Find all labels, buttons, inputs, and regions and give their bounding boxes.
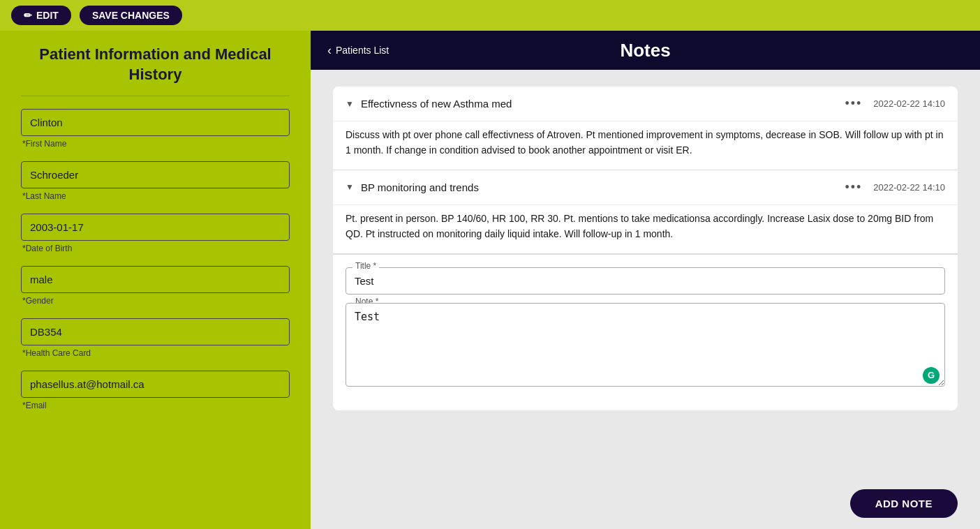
notes-header: ‹ Patients List Notes bbox=[311, 31, 980, 70]
label-email: *Email bbox=[21, 401, 290, 410]
input-first-name[interactable] bbox=[21, 109, 290, 136]
field-group-last-name: *Last Name bbox=[21, 161, 290, 201]
input-last-name[interactable] bbox=[21, 161, 290, 188]
input-health-card[interactable] bbox=[21, 318, 290, 345]
label-last-name: *Last Name bbox=[21, 191, 290, 201]
edit-button[interactable]: ✏ EDIT bbox=[11, 6, 71, 25]
field-group-health-card: *Health Care Card bbox=[21, 318, 290, 358]
note-field: Note * G bbox=[346, 303, 945, 389]
note-options-icon[interactable]: ••• bbox=[845, 180, 862, 195]
back-label: Patients List bbox=[336, 45, 389, 56]
input-gender[interactable] bbox=[21, 266, 290, 293]
label-gender: *Gender bbox=[21, 296, 290, 306]
field-group-email: *Email bbox=[21, 371, 290, 410]
note-body: Discuss with pt over phone call effectiv… bbox=[333, 121, 958, 170]
chevron-down-icon: ▼ bbox=[346, 99, 354, 109]
note-title-text: Effectivness of new Asthma med bbox=[361, 98, 838, 110]
title-label: Title * bbox=[352, 261, 379, 271]
grammarly-icon: G bbox=[923, 367, 940, 384]
edit-icon: ✏ bbox=[24, 10, 32, 21]
input-dob[interactable] bbox=[21, 214, 290, 241]
note-timestamp: 2022-02-22 14:10 bbox=[873, 98, 945, 109]
notes-footer: ADD NOTE bbox=[311, 478, 980, 529]
notes-title: Notes bbox=[620, 40, 670, 61]
add-note-form: Title * Note * G bbox=[333, 254, 958, 410]
title-input[interactable] bbox=[346, 267, 945, 295]
left-panel: Patient Information and Medical History … bbox=[0, 31, 311, 529]
label-first-name: *First Name bbox=[21, 139, 290, 149]
note-header-row[interactable]: ▼BP monitoring and trends•••2022-02-22 1… bbox=[333, 170, 958, 204]
note-body: Pt. present in person. BP 140/60, HR 100… bbox=[333, 204, 958, 253]
input-email[interactable] bbox=[21, 371, 290, 398]
note-item: ▼Effectivness of new Asthma med•••2022-0… bbox=[333, 87, 958, 170]
note-title-text: BP monitoring and trends bbox=[361, 181, 838, 193]
note-item: ▼BP monitoring and trends•••2022-02-22 1… bbox=[333, 170, 958, 254]
label-dob: *Date of Birth bbox=[21, 244, 290, 253]
title-field: Title * bbox=[346, 267, 945, 295]
field-group-gender: *Gender bbox=[21, 266, 290, 306]
back-arrow-icon: ‹ bbox=[327, 43, 332, 58]
note-header-row[interactable]: ▼Effectivness of new Asthma med•••2022-0… bbox=[333, 87, 958, 121]
back-link[interactable]: ‹ Patients List bbox=[327, 43, 389, 58]
note-options-icon[interactable]: ••• bbox=[845, 96, 862, 111]
field-group-dob: *Date of Birth bbox=[21, 214, 290, 253]
add-note-button[interactable]: ADD NOTE bbox=[850, 489, 958, 518]
main-layout: Patient Information and Medical History … bbox=[0, 31, 980, 529]
notes-content: ▼Effectivness of new Asthma med•••2022-0… bbox=[311, 70, 980, 478]
note-textarea[interactable] bbox=[346, 303, 945, 387]
note-timestamp: 2022-02-22 14:10 bbox=[873, 182, 945, 193]
chevron-down-icon: ▼ bbox=[346, 182, 354, 192]
textarea-wrapper: G bbox=[346, 303, 945, 389]
field-group-first-name: *First Name bbox=[21, 109, 290, 149]
label-health-card: *Health Care Card bbox=[21, 348, 290, 358]
save-button[interactable]: SAVE CHANGES bbox=[80, 6, 182, 25]
right-panel: ‹ Patients List Notes ▼Effectivness of n… bbox=[311, 31, 980, 529]
panel-title: Patient Information and Medical History bbox=[21, 45, 290, 84]
divider bbox=[21, 96, 290, 96]
top-bar: ✏ EDIT SAVE CHANGES bbox=[0, 0, 980, 31]
notes-card: ▼Effectivness of new Asthma med•••2022-0… bbox=[333, 87, 958, 410]
